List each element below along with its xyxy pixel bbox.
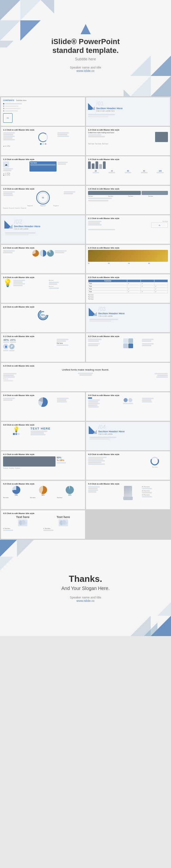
svg-marker-8 xyxy=(124,90,130,96)
slide31-metrics: 40% 20% xyxy=(3,338,56,343)
slide43-text-row: Text here Text here Text here xyxy=(3,497,83,498)
slide11-label: ★ 4 | 47% xyxy=(3,145,83,147)
slide-1-5-title: 1.5 Click to edit Master title style xyxy=(3,188,83,190)
slide23-image xyxy=(88,250,168,262)
slide-1-4: 1.4 Click to edit Master title style 20 … xyxy=(86,156,170,185)
slide32-puzzle xyxy=(115,338,141,348)
slide43-pie3 xyxy=(66,486,74,494)
slide-3-2-title: 3.2 Click to edit Master title style xyxy=(88,335,168,337)
svg-marker-2 xyxy=(41,0,54,14)
slide13-blue-card: Text here xyxy=(29,161,56,172)
section02-triangle xyxy=(4,220,13,229)
cover-logo-area xyxy=(81,24,91,35)
slide-1-5: 1.5 Click to edit Master title style 01 … xyxy=(1,186,85,214)
slide-1-6-title: 1.6 Click to edit Master title style xyxy=(88,188,168,190)
slide-1-3-title: 1.3 Click to edit Master title style xyxy=(3,158,83,160)
slide-2-5-title: 2.5 Click to edit Master title style xyxy=(88,276,168,278)
contents-item2 xyxy=(3,105,83,107)
svg-marker-4 xyxy=(20,20,41,41)
svg-marker-9 xyxy=(151,56,171,76)
slide31-text: Stat here xyxy=(57,342,83,344)
thanks-slogan: And Your Slogan Here. xyxy=(61,586,109,591)
slide-3-5-title: 3.5 Click to edit Master title style xyxy=(88,394,168,396)
slide-4-5-title: 4.5 Click to edit Master title style xyxy=(3,512,83,514)
slide-contents-title: CONTENTS Subtitle here xyxy=(3,99,83,101)
slide-1-2: 1.2 Click to edit Master title style Uni… xyxy=(86,127,170,155)
slide-1-2-title: 1.2 Click to edit Master title style xyxy=(88,129,168,131)
thanks-triangles-br xyxy=(130,599,171,636)
slide-2-3-title: 2.3 Click to edit Master title style xyxy=(88,247,168,249)
contents-item3 xyxy=(3,107,83,110)
section03-num: /03 xyxy=(98,307,125,312)
section01-triangle xyxy=(88,103,95,110)
slide21-text-here: Text here xyxy=(163,220,168,222)
slide21-box: 01 xyxy=(151,222,168,228)
slide-2-1: 2.1 Click to edit Master title style Tex… xyxy=(86,215,170,244)
section01-sub: Click to edit subtitle here xyxy=(96,110,123,112)
thanks-triangles-tl xyxy=(0,540,34,570)
slide-2-2-title: 2.2 Click to edit Master title style xyxy=(3,247,83,249)
section01-header: Section Header Here xyxy=(96,107,123,110)
slide-contents: CONTENTS Subtitle here 01 xyxy=(1,97,85,126)
slide45-map-right xyxy=(59,519,68,526)
slide34-pie xyxy=(30,397,56,407)
slide45-bottom: it. Text here it. Text here xyxy=(3,528,83,531)
slide-1-3: 1.3 Click to edit Master title style ☁ T… xyxy=(1,156,85,185)
slide-3-5: 3.5 Click to edit Master title style xyxy=(86,392,170,421)
cover-title2: standard template. xyxy=(52,46,119,55)
slide-3-4: 3.4 Click to edit Master title style xyxy=(1,392,85,421)
section04-header: Section Header Here xyxy=(98,430,125,433)
slide-section-02: /02 Section Header Here Click to edit su… xyxy=(1,215,85,244)
slides-grid: CONTENTS Subtitle here 01 xyxy=(0,96,171,540)
contents-box: 01 xyxy=(3,113,13,123)
slide12-quote: Unified fonts make reading more fluent xyxy=(88,132,154,134)
slide-4-4-title: 4.4 Click to edit Master title style xyxy=(88,483,168,485)
slide36-circles xyxy=(13,433,20,435)
slide-4-2-title: 4.2 Click to edit Master title style xyxy=(88,453,168,455)
slide15-cycle-chart: 01 KeywordKeywordKeyword xyxy=(24,191,63,206)
slide23-steps: 01 02 03 04 xyxy=(88,262,168,264)
section04-triangle xyxy=(89,426,97,434)
svg-marker-33 xyxy=(0,557,14,570)
slide-3-2: 3.2 Click to edit Master title style xyxy=(86,333,170,362)
section02-sub: Click to edit subtitle xyxy=(14,228,40,230)
cover-slide: iSlide® PowerPoint standard template. Su… xyxy=(0,0,171,96)
slide-2-2: 2.2 Click to edit Master title style xyxy=(1,245,85,273)
slide-2-6: 2.6 Click to edit Master title style 86% xyxy=(1,304,85,332)
cover-url: www.islide.cc xyxy=(77,69,95,73)
contents-item1 xyxy=(3,103,83,105)
section02-header: Section Header Here xyxy=(14,225,40,228)
slide-3-6: 3.6 Click to edit Master title style 💡 T… xyxy=(1,422,85,450)
cover-title: iSlide® PowerPoint xyxy=(51,37,120,46)
svg-marker-7 xyxy=(130,76,151,96)
slide14-labels: 20 40 60 80 100 xyxy=(88,170,168,173)
slide-section-04: /04 Section Header Here Click to edit su… xyxy=(86,422,170,450)
slide-2-4: 2.4 Click to edit Master title style 💡 S… xyxy=(1,274,85,303)
thanks-url: www.islide.cc xyxy=(61,599,109,603)
slide12-stats: Text here Text here Text here xyxy=(88,143,168,145)
slide-1-6: 1.6 Click to edit Master title style Tex… xyxy=(86,186,170,214)
svg-marker-32 xyxy=(17,540,34,557)
slide-4-1-title: 4.1 Click to edit Master title style xyxy=(3,453,83,455)
slide-2-1-title: 2.1 Click to edit Master title style xyxy=(88,217,168,219)
slide-1-4-title: 1.4 Click to edit Master title style xyxy=(88,158,168,160)
thanks-slide: Thanks. And Your Slogan Here. Speaker na… xyxy=(0,540,171,636)
slide36-bulb-icon: 💡 xyxy=(13,427,20,432)
thanks-title: Thanks. xyxy=(61,574,109,584)
slide-2-5: 2.5 Click to edit Master title style Cus… xyxy=(86,274,170,303)
slide41-pct2: % 16% xyxy=(57,459,83,461)
slide45-map-left xyxy=(18,519,27,526)
section03-header: Section Header Here xyxy=(98,312,125,315)
svg-point-29 xyxy=(62,520,66,525)
slide14-persons xyxy=(88,161,168,169)
svg-marker-36 xyxy=(157,602,171,616)
cover-subtitle: Subtitle here xyxy=(75,57,96,61)
svg-point-30 xyxy=(65,521,67,525)
slide-4-4: 4.4 Click to edit Master title style 01 … xyxy=(86,481,170,509)
slide41-labels: Texthere Texthere Texthere xyxy=(3,467,83,469)
slide43-charts: 74% 56% 96% xyxy=(3,486,83,496)
slide16-content: Text here Text here Text here Text here xyxy=(88,191,168,202)
slide-1-1-title: 1.1 Click to edit Master title style xyxy=(3,129,83,131)
slide44-robot xyxy=(115,486,141,500)
cover-speaker-label: Speaker name and title xyxy=(70,66,101,69)
